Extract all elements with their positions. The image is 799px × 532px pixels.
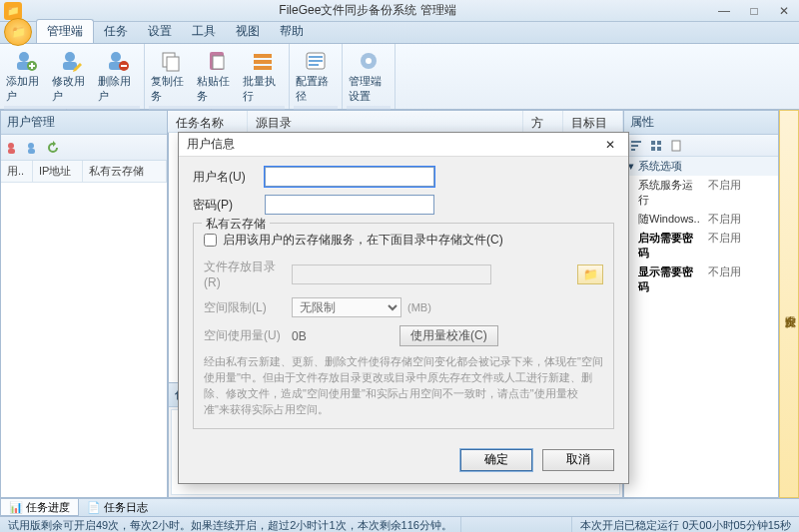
username-input[interactable] xyxy=(265,167,434,187)
minimize-button[interactable]: — xyxy=(709,1,739,21)
prop-val: 不启用 xyxy=(704,263,778,296)
svg-point-5 xyxy=(111,52,121,62)
username-label: 用户名(U) xyxy=(193,169,265,186)
user-info-dialog: 用户信息 ✕ 用户名(U) 密码(P) 私有云存储 启用该用户的云存储服务，在下… xyxy=(178,132,629,484)
svg-rect-25 xyxy=(651,141,655,145)
user-edit-icon[interactable] xyxy=(25,140,41,156)
svg-rect-27 xyxy=(651,147,655,151)
col-source[interactable]: 源目录 xyxy=(248,111,523,132)
limit-select[interactable]: 无限制 xyxy=(292,297,401,317)
props-sort-icon[interactable] xyxy=(628,138,644,154)
svg-rect-24 xyxy=(28,149,35,154)
window-title: FileGee文件同步备份系统 管理端 xyxy=(26,2,709,19)
tab-tasks[interactable]: 任务 xyxy=(94,20,138,43)
user-refresh-icon[interactable] xyxy=(45,140,61,156)
svg-point-21 xyxy=(8,143,14,149)
prop-key: 系统服务运行 xyxy=(624,176,704,210)
svg-rect-18 xyxy=(309,64,319,66)
dialog-titlebar[interactable]: 用户信息 ✕ xyxy=(179,133,628,157)
col-target[interactable]: 目标目录 xyxy=(563,111,623,132)
props-cat-icon[interactable] xyxy=(648,138,664,154)
svg-point-23 xyxy=(28,143,34,149)
edit-user-icon xyxy=(59,48,85,74)
prop-row[interactable]: 启动需要密码不启用 xyxy=(624,229,778,263)
mgr-settings-button[interactable]: 管理端设置 xyxy=(347,46,391,106)
svg-point-20 xyxy=(366,58,372,64)
prop-row[interactable]: 系统服务运行不启用 xyxy=(624,176,778,210)
fieldset-legend: 私有云存储 xyxy=(202,216,270,233)
svg-rect-29 xyxy=(672,141,680,151)
logtab-progress[interactable]: 📊任务进度 xyxy=(0,499,79,516)
limit-label: 空间限制(L) xyxy=(204,299,292,316)
copy-task-button[interactable]: 复制任务 xyxy=(149,46,193,106)
config-path-button[interactable]: 配置路径 xyxy=(294,46,338,106)
tab-tools[interactable]: 工具 xyxy=(182,20,226,43)
status-trial: 试用版剩余可开启49次，每次2小时。如果连续开启，超过2小时计1次，本次剩余11… xyxy=(0,517,461,532)
col-cloud[interactable]: 私有云存储 xyxy=(83,161,167,182)
tab-settings[interactable]: 设置 xyxy=(138,20,182,43)
svg-rect-16 xyxy=(309,56,323,58)
user-add-icon[interactable] xyxy=(5,140,21,156)
svg-point-3 xyxy=(65,52,75,62)
right-rail-tab[interactable]: 安全跟踪 xyxy=(779,110,799,498)
app-icon: 📁 xyxy=(4,2,22,20)
cloud-fieldset: 私有云存储 启用该用户的云存储服务，在下面目录中存储文件(C) 文件存放目录(R… xyxy=(193,223,614,429)
config-path-icon xyxy=(303,48,329,74)
svg-rect-13 xyxy=(254,60,272,64)
edit-user-button[interactable]: 修改用户 xyxy=(50,46,94,106)
cancel-button[interactable]: 取消 xyxy=(542,449,614,471)
calibrate-button[interactable]: 使用量校准(C) xyxy=(400,325,498,346)
tab-management[interactable]: 管理端 xyxy=(36,19,94,43)
status-uptime: 本次开启已稳定运行 0天00小时05分钟15秒 xyxy=(571,517,799,532)
gear-icon xyxy=(356,48,382,74)
svg-rect-9 xyxy=(167,57,179,71)
password-input[interactable] xyxy=(265,195,434,215)
svg-rect-26 xyxy=(657,141,661,145)
ok-button[interactable]: 确定 xyxy=(460,449,532,471)
properties-title: 属性 xyxy=(624,111,778,135)
properties-panel: 属性 ▾系统选项 系统服务运行不启用随Windows..不启用启动需要密码不启用… xyxy=(623,110,779,498)
prop-group-system[interactable]: ▾系统选项 xyxy=(624,157,778,176)
paste-icon xyxy=(204,48,230,74)
prop-val: 不启用 xyxy=(704,210,778,229)
delete-user-button[interactable]: 删除用户 xyxy=(96,46,140,106)
enable-cloud-checkbox[interactable] xyxy=(204,234,217,247)
tab-view[interactable]: 视图 xyxy=(226,20,270,43)
dialog-close-button[interactable]: ✕ xyxy=(600,136,620,154)
prop-val: 不启用 xyxy=(704,229,778,263)
ribbon-group-mgr: 管理端设置 管理端 xyxy=(343,44,396,109)
ribbon-group-user: 添加用户 修改用户 删除用户 用户设置 xyxy=(0,44,145,109)
prop-key: 显示需要密码 xyxy=(624,263,704,296)
paste-task-button[interactable]: 粘贴任务 xyxy=(195,46,239,106)
prop-val: 不启用 xyxy=(704,176,778,210)
ribbon-group-software: 配置路径 软件配置 xyxy=(290,44,343,109)
svg-rect-22 xyxy=(8,149,15,154)
logtab-log[interactable]: 📄任务日志 xyxy=(79,499,156,516)
prop-row[interactable]: 随Windows..不启用 xyxy=(624,210,778,229)
col-user[interactable]: 用.. xyxy=(1,161,33,182)
copy-icon xyxy=(158,48,184,74)
col-taskname[interactable]: 任务名称 xyxy=(168,111,248,132)
task-grid-header: 任务名称 源目录 方式 目标目录 xyxy=(168,111,623,133)
path-label: 文件存放目录(R) xyxy=(204,259,292,289)
svg-rect-11 xyxy=(213,56,224,69)
ribbon-tabs: 📁 管理端 任务 设置 工具 视图 帮助 xyxy=(0,22,799,44)
batch-icon xyxy=(250,48,276,74)
ribbon-group-tasks: 复制任务 粘贴任务 批量执行 用户任务 xyxy=(145,44,290,109)
close-button[interactable]: ✕ xyxy=(769,1,799,21)
svg-point-0 xyxy=(19,52,29,62)
user-list-body xyxy=(1,183,167,497)
delete-user-icon xyxy=(105,48,131,74)
add-user-button[interactable]: 添加用户 xyxy=(4,46,48,106)
props-page-icon[interactable] xyxy=(668,138,684,154)
browse-button[interactable]: 📁 xyxy=(577,265,603,284)
app-orb-icon[interactable]: 📁 xyxy=(4,18,32,46)
enable-cloud-label: 启用该用户的云存储服务，在下面目录中存储文件(C) xyxy=(223,232,503,249)
batch-run-button[interactable]: 批量执行 xyxy=(241,46,285,106)
tab-help[interactable]: 帮助 xyxy=(270,20,314,43)
col-ip[interactable]: IP地址 xyxy=(33,161,83,182)
title-bar: 📁 FileGee文件同步备份系统 管理端 — □ ✕ xyxy=(0,0,799,22)
prop-row[interactable]: 显示需要密码不启用 xyxy=(624,263,778,296)
col-mode[interactable]: 方式 xyxy=(523,111,563,132)
maximize-button[interactable]: □ xyxy=(739,1,769,21)
